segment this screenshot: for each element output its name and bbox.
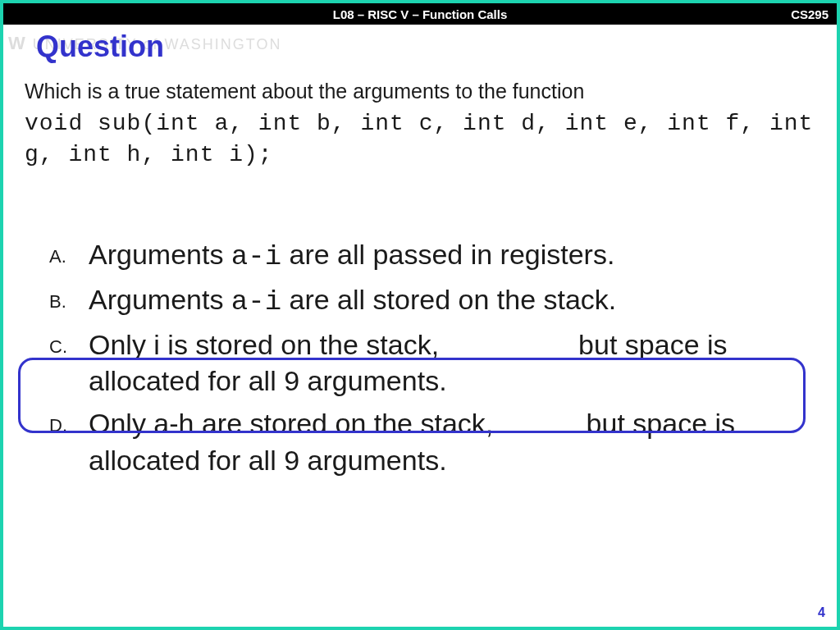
option-letter: B. [49,281,89,313]
option-b: B. Arguments a-i are all stored on the s… [49,281,815,320]
option-text: Only i is stored on the stack, but space… [89,326,815,399]
option-letter: C. [49,326,89,358]
option-letter: A. [49,236,89,267]
option-text: Only a-h are stored on the stack, but sp… [89,405,815,477]
slide-content: Question Which is a true statement about… [3,25,837,478]
header-bar: L08 – RISC V – Function Calls CS295 [3,3,837,25]
option-letter: D. [49,405,89,436]
option-d: D. Only a-h are stored on the stack, but… [49,405,815,477]
option-text: Arguments a-i are all stored on the stac… [89,281,815,320]
course-code: CS295 [791,7,829,21]
question-intro: Which is a true statement about the argu… [25,79,815,103]
lecture-title: L08 – RISC V – Function Calls [333,7,508,21]
page-number: 4 [818,605,825,620]
option-a: A. Arguments a-i are all passed in regis… [49,236,815,275]
answer-options: A. Arguments a-i are all passed in regis… [25,236,815,478]
slide-title: Question [36,30,815,64]
function-signature: void sub(int a, int b, int c, int d, int… [25,108,815,171]
option-c: C. Only i is stored on the stack, but sp… [49,326,815,399]
option-text: Arguments a-i are all passed in register… [89,236,815,275]
